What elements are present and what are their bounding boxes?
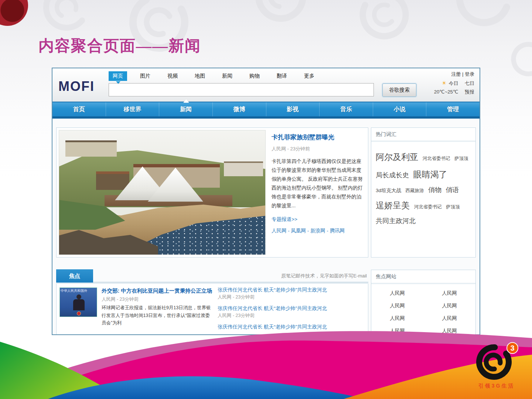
browser-mockup: MOFI 网页 图片 视频 地图 新闻 购物 翻译 更多 谷歌搜索 注册 | 登… (52, 68, 480, 335)
account-divider: | (462, 71, 463, 77)
hot-word-tag[interactable]: 西藏旅游 (405, 188, 424, 193)
search-tab-shopping[interactable]: 购物 (245, 71, 264, 81)
national-emblem-icon (77, 311, 81, 316)
search-tab-images[interactable]: 图片 (136, 71, 154, 81)
search-tab-translate[interactable]: 翻译 (273, 71, 291, 81)
hot-word-tag[interactable]: 局长成长史 (376, 171, 409, 179)
hot-word-tag[interactable]: 河北省委书记 (422, 156, 450, 161)
g3-spiral-icon: 3 (473, 341, 521, 382)
site-link[interactable]: 人民网 (371, 300, 423, 312)
spokesperson-silhouette (73, 299, 85, 310)
article-body: 卡扎菲第四个儿子穆塔西姆仅仅是把这座位于的黎波里市郊的奢华别墅当成周末度假的单身… (272, 157, 365, 210)
hot-words-panel: 热门词汇 阿尔及利亚 河北省委书记 萨顶顶 局长成长史 眼睛渴了 3d坦克大战 … (371, 127, 476, 258)
spokesperson-silhouette (76, 294, 81, 299)
hot-word-tag[interactable]: 河北省委书记 (414, 204, 441, 209)
site-link[interactable]: 人民网 (423, 300, 475, 312)
g3-tagline: 引领3G生活 (467, 383, 526, 389)
search-input[interactable] (109, 83, 374, 96)
weather-week-link[interactable]: 七日 (465, 81, 474, 86)
focus-sites-title: 焦点网站 (371, 270, 475, 283)
wave-decoration (0, 321, 532, 399)
focus-lead-article: 外交部: 中方在利比亚问题上一贯秉持公正立场 人民网 - 23分钟前 环球网记者… (102, 287, 213, 327)
nav-item-news[interactable]: 新闻 (159, 102, 212, 116)
nav-item-novels[interactable]: 小说 (373, 102, 426, 116)
google-search-button[interactable]: 谷歌搜索 (382, 83, 416, 97)
list-item: 张庆伟任河北代省长 航天“老帅少帅”共同主政河北 人民网 - 23分钟前 (218, 305, 365, 319)
search-tab-video[interactable]: 视频 (163, 71, 182, 81)
article-headline[interactable]: 卡扎菲家族别墅群曝光 (272, 133, 365, 141)
source-links[interactable]: 人民网 - 凤凰网 - 新浪网 - 腾讯网 (272, 228, 365, 234)
handwriting-note: 原笔记邮件技术，见字如面的手写E-mail (281, 269, 367, 283)
nav-item-weibo[interactable]: 微博 (212, 102, 266, 116)
nav-item-home[interactable]: 首页 (52, 102, 106, 116)
g3-logo: 3 引领3G生活 (467, 341, 526, 397)
hot-word-tag[interactable]: 逞娇呈美 (376, 201, 410, 210)
main-nav: 首页 移世界 新闻 微博 影视 音乐 小说 管理 (52, 102, 480, 116)
hot-word-tag[interactable]: 眼睛渴了 (413, 170, 447, 179)
search-tab-news[interactable]: 新闻 (218, 71, 236, 81)
hot-word-tag[interactable]: 俏物 (428, 186, 441, 194)
topic-report-link[interactable]: 专题报道>> (272, 216, 365, 223)
search-tab-maps[interactable]: 地图 (191, 71, 209, 81)
weather-today-link[interactable]: 今日 (449, 81, 458, 86)
focus-item-headline[interactable]: 张庆伟任河北代省长 航天“老帅少帅”共同主政河北 (218, 305, 365, 312)
page-title: 内容聚合页面——新闻 (38, 35, 201, 56)
focus-tab[interactable]: 焦点 (56, 269, 93, 283)
focus-lead-source: 人民网 - 23分钟前 (102, 296, 213, 303)
hot-word-tag[interactable]: 萨顶顶 (454, 156, 468, 161)
photo-building (224, 161, 263, 176)
main-article-card: 卡扎菲家族别墅群曝光 人民网 - 23分钟前 卡扎菲第四个儿子穆塔西姆仅仅是把这… (56, 127, 368, 258)
account-links: 注册 | 登录 (451, 71, 474, 78)
nav-item-mobile-world[interactable]: 移世界 (106, 102, 159, 116)
nav-active-pointer (183, 96, 189, 103)
article-text-column: 卡扎菲家族别墅群曝光 人民网 - 23分钟前 卡扎菲第四个儿子穆塔西姆仅仅是把这… (272, 133, 365, 234)
browser-header: MOFI 网页 图片 视频 地图 新闻 购物 翻译 更多 谷歌搜索 注册 | 登… (52, 68, 480, 102)
nav-item-music[interactable]: 音乐 (319, 102, 373, 116)
hot-words-title: 热门词汇 (371, 128, 475, 141)
news-thumbnail[interactable]: 中华人民共和国外 (59, 287, 97, 317)
g3-badge: 3 (510, 344, 514, 352)
thumbnail-caption: 中华人民共和国外 (61, 289, 97, 293)
login-link[interactable]: 登录 (465, 71, 474, 77)
hot-word-tag[interactable]: 萨顶顶 (446, 204, 460, 209)
nav-item-movies[interactable]: 影视 (266, 102, 320, 116)
mofi-logo[interactable]: MOFI (58, 79, 95, 94)
weather-day-row: ☀ 今日 七日 (441, 80, 474, 87)
search-tab-bar: 网页 图片 视频 地图 新闻 购物 翻译 更多 (109, 71, 318, 81)
focus-item-headline[interactable]: 张庆伟任河北代省长 航天“老帅少帅”共同主政河北 (218, 287, 365, 293)
browser-content: 卡扎菲家族别墅群曝光 人民网 - 23分钟前 卡扎菲第四个儿子穆塔西姆仅仅是把这… (52, 119, 480, 334)
nav-item-admin[interactable]: 管理 (426, 102, 480, 116)
hot-word-tag[interactable]: 阿尔及利亚 (376, 152, 418, 162)
focus-tab-bar: 焦点 原笔记邮件技术，见字如面的手写E-mail (56, 269, 368, 283)
article-source: 人民网 - 23分钟前 (272, 146, 365, 152)
weather-temp-row: 20℃~25℃ 预报 (434, 89, 474, 95)
hot-word-tag[interactable]: 共同主政河北 (376, 217, 416, 225)
search-tab-web[interactable]: 网页 (109, 71, 127, 81)
focus-item-source: 人民网 - 23分钟前 (218, 313, 365, 319)
search-tab-more[interactable]: 更多 (300, 71, 318, 81)
article-photo[interactable] (59, 130, 266, 255)
site-link[interactable]: 人民网 (371, 287, 423, 300)
hot-word-tag[interactable]: 3d坦克大战 (376, 188, 401, 193)
weather-forecast-link[interactable]: 预报 (465, 89, 474, 95)
photo-building (65, 140, 117, 157)
hot-word-tag[interactable]: 俏语 (446, 186, 459, 194)
hot-words-cloud: 阿尔及利亚 河北省委书记 萨顶顶 局长成长史 眼睛渴了 3d坦克大战 西藏旅游 … (371, 141, 475, 235)
register-link[interactable]: 注册 (451, 71, 461, 77)
site-link[interactable]: 人民网 (423, 287, 475, 300)
focus-item-source: 人民网 - 23分钟前 (218, 294, 365, 300)
photo-cabin (96, 171, 129, 190)
focus-lead-headline[interactable]: 外交部: 中方在利比亚问题上一贯秉持公正立场 (102, 287, 213, 295)
sun-icon: ☀ (441, 80, 446, 86)
active-tab-pointer (116, 81, 120, 86)
list-item: 张庆伟任河北代省长 航天“老帅少帅”共同主政河北 人民网 - 23分钟前 (218, 287, 365, 300)
weather-temp: 20℃~25℃ (434, 89, 458, 95)
slide: 内容聚合页面——新闻 MOFI 网页 图片 视频 地图 新闻 购物 翻译 更多 … (0, 0, 532, 399)
